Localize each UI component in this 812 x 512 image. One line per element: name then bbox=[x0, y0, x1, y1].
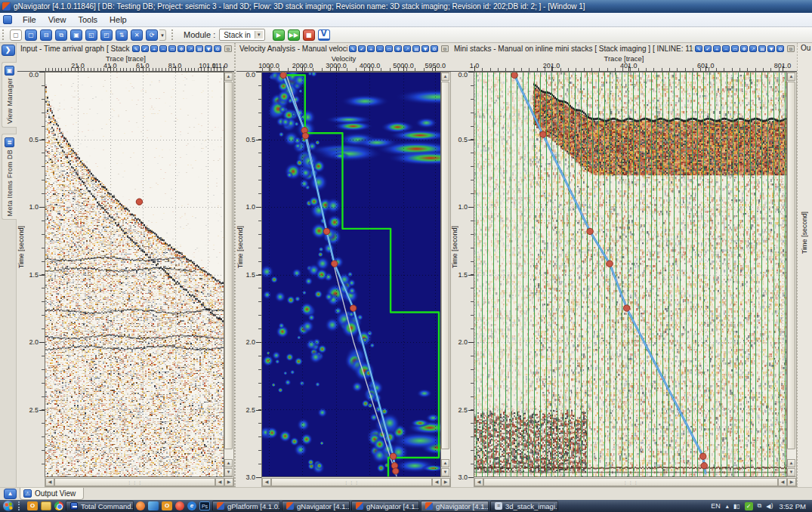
settings-icon[interactable]: ⚙ bbox=[214, 45, 221, 52]
close-views-icon[interactable]: ✕ bbox=[131, 29, 143, 41]
vertical-scrollbar[interactable]: ▲ ▲ ▼ bbox=[787, 72, 797, 477]
language-indicator[interactable]: EN bbox=[711, 502, 721, 510]
accept-icon[interactable]: ✔ bbox=[141, 45, 149, 52]
taskbar-button-gnavigator-4-1-[interactable]: gNavigator [4.1... bbox=[421, 501, 489, 511]
edit-icon[interactable]: ✎ bbox=[695, 45, 702, 52]
expand-sidebar-icon[interactable]: ❯ bbox=[2, 45, 15, 56]
menu-help[interactable]: Help bbox=[103, 14, 133, 26]
taskbar-button-gplatform-4-1-0-[interactable]: gPlatform [4.1.0... bbox=[212, 501, 280, 511]
scrollbar-thumb[interactable]: ⋮⋮⋮ bbox=[483, 478, 778, 486]
new-view-icon[interactable]: ▢ bbox=[10, 29, 22, 41]
chrome-icon[interactable] bbox=[54, 501, 63, 510]
scroll-right-icon[interactable]: ▶ bbox=[441, 478, 450, 486]
menu-file[interactable]: File bbox=[17, 14, 42, 26]
layout-dropdown-icon[interactable]: ▼ bbox=[159, 29, 166, 41]
scrollbar-thumb[interactable] bbox=[787, 82, 795, 449]
scroll-up-icon[interactable]: ▲ bbox=[441, 72, 449, 81]
settings-icon[interactable]: ⚙ bbox=[776, 45, 784, 52]
sidebar-tab-meta-items[interactable]: ≣ Meta Items From DB bbox=[2, 134, 17, 220]
float-panel-icon[interactable]: ⧉ bbox=[224, 45, 232, 52]
scroll-down-icon[interactable]: ▼ bbox=[441, 468, 449, 477]
scroll-down-icon[interactable]: ▼ bbox=[787, 468, 795, 477]
scrollbar-thumb[interactable]: ⋮⋮⋮ bbox=[271, 478, 432, 486]
messenger-icon[interactable] bbox=[148, 501, 159, 510]
zoom-in-icon[interactable]: + bbox=[713, 45, 721, 52]
scroll-up-icon[interactable]: ▲ bbox=[441, 459, 449, 467]
module-select[interactable]: Stack in ▼ bbox=[219, 29, 265, 41]
float-panel-icon[interactable]: ⧉ bbox=[787, 45, 795, 52]
save-view-icon[interactable]: ⊟ bbox=[40, 29, 52, 41]
velocity-logo-icon[interactable]: V bbox=[318, 29, 330, 41]
menu-view[interactable]: View bbox=[42, 14, 73, 26]
save-icon[interactable]: ▼ bbox=[205, 45, 212, 52]
show-hidden-icons[interactable]: ▴ bbox=[726, 503, 729, 510]
zoom-out-icon[interactable]: − bbox=[722, 45, 730, 52]
outlook-icon[interactable]: O bbox=[162, 501, 172, 510]
sync-views-icon[interactable]: ⇅ bbox=[116, 29, 128, 41]
sidebar-tab-view-manager[interactable]: ▣ View Manager bbox=[2, 62, 17, 128]
pan-icon[interactable]: ✥ bbox=[394, 45, 402, 52]
scrollbar-thumb[interactable] bbox=[224, 82, 233, 449]
volume-icon[interactable]: ◀) bbox=[766, 503, 773, 510]
stop-icon[interactable]: ■ bbox=[303, 29, 315, 41]
scroll-left-icon[interactable]: ◀ bbox=[262, 478, 271, 486]
taskbar-button-gnavigator-4-1-[interactable]: gNavigator [4.1... bbox=[351, 501, 419, 511]
scroll-right-icon[interactable]: ▶ bbox=[787, 478, 796, 486]
float-panel-icon[interactable]: ⧉ bbox=[441, 45, 449, 52]
zoom-out-icon[interactable]: − bbox=[159, 45, 167, 52]
opera-icon[interactable] bbox=[175, 501, 184, 510]
zoom-fit-icon[interactable]: ▭ bbox=[385, 45, 393, 52]
cascade-windows-icon[interactable]: ◱ bbox=[85, 29, 97, 41]
zoom-in-icon[interactable]: + bbox=[150, 45, 158, 52]
probe-icon[interactable]: ↗ bbox=[403, 45, 411, 52]
run-icon[interactable]: ▶ bbox=[273, 29, 285, 41]
tab-output-view[interactable]: ⚠ Output View bbox=[20, 488, 84, 500]
scroll-up-icon[interactable]: ▲ bbox=[224, 72, 233, 81]
photoshop-icon[interactable]: Ps bbox=[199, 501, 210, 510]
zoom-in-icon[interactable]: + bbox=[367, 45, 375, 52]
scrollbar-thumb[interactable]: ⋮⋮⋮ bbox=[54, 478, 215, 486]
velocity-semblance-plot[interactable] bbox=[261, 72, 441, 477]
clock[interactable]: 3:52 PM bbox=[780, 502, 806, 510]
restore-output-icon[interactable]: ▲ bbox=[4, 489, 17, 499]
taskbar-button-total-command-[interactable]: Total Command... bbox=[66, 501, 134, 511]
accept-icon[interactable]: ✔ bbox=[358, 45, 366, 52]
outlook-icon[interactable]: O bbox=[27, 501, 38, 510]
edit-icon[interactable]: ✎ bbox=[349, 45, 357, 52]
scroll-down-icon[interactable]: ▼ bbox=[224, 468, 233, 477]
horizontal-scrollbar[interactable]: ◀ ⋮⋮⋮ ◀ ▶ bbox=[45, 477, 234, 487]
overlay-icon[interactable]: ▤ bbox=[758, 45, 766, 52]
internet-explorer-icon[interactable]: e bbox=[187, 501, 196, 510]
zoom-fit-icon[interactable]: ▭ bbox=[168, 45, 176, 52]
overlay-icon[interactable]: ▤ bbox=[196, 45, 203, 52]
tile-windows-icon[interactable]: ◰ bbox=[100, 29, 113, 41]
open-view-icon[interactable]: ▣ bbox=[70, 29, 82, 41]
start-button[interactable] bbox=[0, 501, 17, 512]
accept-icon[interactable]: ✔ bbox=[704, 45, 712, 52]
save-icon[interactable]: ▼ bbox=[767, 45, 775, 52]
scrollbar-thumb[interactable] bbox=[441, 82, 449, 449]
link-views-icon[interactable]: ⧉ bbox=[55, 29, 67, 41]
seismic-input-plot[interactable] bbox=[45, 72, 224, 477]
power-icon[interactable]: ▮▯ bbox=[733, 503, 740, 510]
zoom-fit-icon[interactable]: ▭ bbox=[731, 45, 739, 52]
horizontal-scrollbar[interactable]: ◀ ⋮⋮⋮ ◀ ▶ bbox=[474, 477, 797, 487]
horizontal-scrollbar[interactable]: ◀ ⋮⋮⋮ ◀ ▶ bbox=[261, 477, 451, 487]
scroll-left-icon[interactable]: ◀ bbox=[215, 478, 224, 486]
vertical-scrollbar[interactable]: ▲ ▲ ▼ bbox=[441, 72, 451, 477]
scroll-left-icon[interactable]: ◀ bbox=[474, 478, 483, 486]
edit-icon[interactable]: ✎ bbox=[132, 45, 140, 52]
settings-icon[interactable]: ⚙ bbox=[431, 45, 438, 52]
scroll-left-icon[interactable]: ◀ bbox=[432, 478, 441, 486]
explorer-folder-icon[interactable] bbox=[41, 501, 51, 510]
scroll-up-icon[interactable]: ▲ bbox=[787, 72, 795, 81]
scroll-up-icon[interactable]: ▲ bbox=[787, 459, 795, 467]
run-flow-icon[interactable]: ▶▶ bbox=[288, 29, 300, 41]
new-view-icon[interactable]: ▢ bbox=[25, 29, 37, 41]
ministacks-plot[interactable] bbox=[474, 72, 787, 477]
media-player-icon[interactable] bbox=[136, 501, 145, 510]
layout-switch-icon[interactable]: ⟳ bbox=[146, 29, 158, 41]
scroll-left-icon[interactable]: ◀ bbox=[778, 478, 787, 486]
scroll-left-icon[interactable]: ◀ bbox=[45, 478, 54, 486]
overlay-icon[interactable]: ▤ bbox=[412, 45, 420, 52]
